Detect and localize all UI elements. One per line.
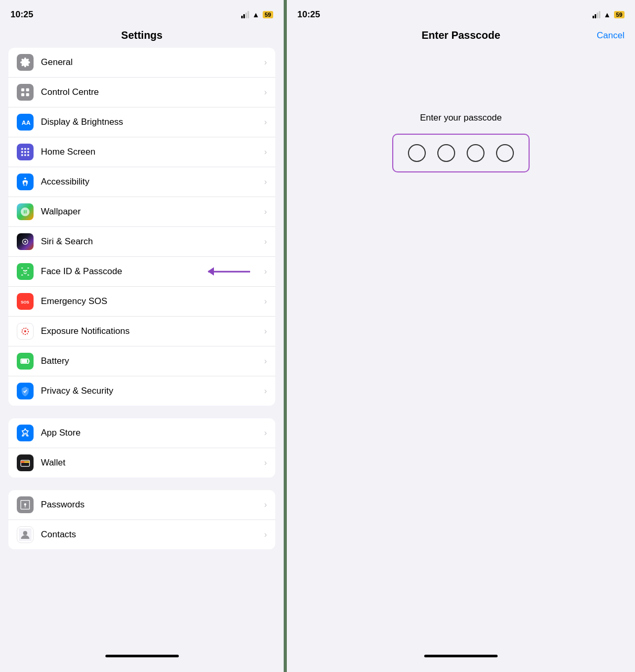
right-wifi-icon: ▲: [604, 10, 611, 19]
sidebar-item-contacts[interactable]: Contacts ›: [8, 520, 275, 549]
sidebar-item-control-centre[interactable]: Control Centre ›: [8, 78, 275, 107]
sidebar-item-exposure[interactable]: Exposure Notifications ›: [8, 317, 275, 346]
svg-rect-18: [21, 268, 23, 269]
wallpaper-chevron: ›: [264, 207, 267, 216]
svg-rect-12: [21, 154, 23, 156]
settings-title: Settings: [0, 25, 284, 48]
sidebar-item-accessibility[interactable]: Accessibility ›: [8, 167, 275, 197]
wallet-label: Wallet: [41, 458, 260, 468]
svg-rect-3: [21, 93, 25, 96]
right-home-indicator-container: [424, 651, 498, 672]
sidebar-item-general[interactable]: General ›: [8, 48, 275, 78]
control-centre-icon: [17, 84, 34, 101]
passcode-dots-container[interactable]: [392, 134, 530, 172]
general-icon: [17, 54, 34, 71]
svg-rect-11: [27, 151, 29, 153]
sidebar-item-wallet[interactable]: Wallet ›: [8, 448, 275, 478]
svg-rect-2: [26, 89, 29, 92]
svg-rect-30: [21, 360, 27, 363]
sidebar-item-home-screen[interactable]: Home Screen ›: [8, 137, 275, 167]
sidebar-item-privacy-security[interactable]: Privacy & Security ›: [8, 376, 275, 406]
right-signal-icon: [593, 11, 600, 18]
left-status-bar: 10:25 ▲ 59: [0, 0, 284, 25]
svg-point-17: [24, 241, 26, 242]
svg-text:SOS: SOS: [21, 300, 29, 305]
svg-rect-33: [21, 461, 25, 463]
right-status-icons: ▲ 59: [593, 10, 625, 19]
passwords-icon: [17, 496, 34, 513]
passwords-label: Passwords: [41, 500, 260, 510]
contacts-chevron: ›: [264, 530, 267, 539]
left-home-indicator: [105, 655, 179, 657]
sidebar-item-wallpaper[interactable]: Wallpaper ›: [8, 197, 275, 227]
arrow-head: [208, 267, 214, 276]
settings-list: General › Control Centre › AA Display & …: [0, 48, 284, 651]
contacts-icon: [17, 526, 34, 543]
enter-passcode-title: Enter Passcode: [422, 29, 500, 41]
home-screen-chevron: ›: [264, 147, 267, 157]
svg-rect-7: [24, 148, 26, 150]
emergency-sos-chevron: ›: [264, 297, 267, 306]
control-centre-label: Control Centre: [41, 87, 260, 97]
emergency-sos-icon: SOS: [17, 293, 34, 310]
left-time: 10:25: [10, 9, 33, 20]
svg-rect-21: [27, 275, 29, 276]
svg-rect-1: [21, 89, 25, 92]
home-screen-icon: [17, 144, 34, 160]
general-chevron: ›: [264, 58, 267, 67]
passcode-dot-1: [408, 144, 426, 162]
wallpaper-label: Wallpaper: [41, 207, 260, 217]
right-home-indicator: [424, 655, 498, 657]
svg-point-27: [24, 330, 26, 332]
sidebar-item-face-id[interactable]: Face ID & Passcode ›: [8, 257, 275, 287]
sidebar-item-app-store[interactable]: App Store ›: [8, 418, 275, 448]
exposure-chevron: ›: [264, 327, 267, 336]
cancel-button[interactable]: Cancel: [597, 30, 625, 41]
face-id-arrow-annotation: [208, 271, 250, 273]
svg-rect-20: [21, 275, 23, 276]
passcode-dot-3: [467, 144, 485, 162]
right-header: Enter Passcode Cancel: [287, 25, 635, 50]
sidebar-item-emergency-sos[interactable]: SOS Emergency SOS ›: [8, 287, 275, 317]
siri-search-label: Siri & Search: [41, 236, 260, 247]
wallet-chevron: ›: [264, 458, 267, 468]
contacts-label: Contacts: [41, 529, 260, 540]
battery-badge: 59: [263, 11, 273, 18]
svg-point-36: [23, 531, 27, 535]
face-id-chevron: ›: [264, 267, 267, 276]
battery-label: Battery: [41, 356, 260, 366]
sidebar-item-display-brightness[interactable]: AA Display & Brightness ›: [8, 107, 275, 137]
accessibility-chevron: ›: [264, 177, 267, 187]
exposure-icon: [17, 323, 34, 340]
battery-chevron: ›: [264, 356, 267, 366]
exposure-label: Exposure Notifications: [41, 326, 260, 337]
svg-point-23: [26, 270, 27, 272]
right-time: 10:25: [297, 9, 320, 20]
passcode-dot-4: [496, 144, 514, 162]
app-store-chevron: ›: [264, 428, 267, 438]
right-panel: 10:25 ▲ 59 Enter Passcode Cancel Enter y…: [287, 0, 635, 672]
privacy-security-chevron: ›: [264, 386, 267, 396]
settings-group-3: Passwords › Contacts ›: [8, 490, 275, 549]
passcode-prompt: Enter your passcode: [420, 113, 502, 123]
battery-icon: [17, 353, 34, 370]
left-status-icons: ▲ 59: [241, 10, 273, 19]
svg-rect-19: [27, 268, 29, 269]
svg-rect-14: [27, 154, 29, 156]
right-status-bar: 10:25 ▲ 59: [287, 0, 635, 25]
accessibility-icon: [17, 174, 34, 190]
settings-group-1: General › Control Centre › AA Display & …: [8, 48, 275, 406]
sidebar-item-battery[interactable]: Battery ›: [8, 346, 275, 376]
svg-rect-13: [24, 154, 26, 156]
svg-rect-4: [26, 93, 29, 96]
passwords-chevron: ›: [264, 500, 267, 510]
svg-rect-29: [29, 360, 30, 362]
passcode-dot-2: [437, 144, 455, 162]
accessibility-label: Accessibility: [41, 177, 260, 187]
wallpaper-icon: [17, 203, 34, 220]
passcode-content: Enter your passcode: [287, 50, 635, 651]
svg-point-15: [24, 178, 26, 179]
sidebar-item-siri-search[interactable]: Siri & Search ›: [8, 227, 275, 257]
sidebar-item-passwords[interactable]: Passwords ›: [8, 490, 275, 520]
app-store-label: App Store: [41, 428, 260, 438]
